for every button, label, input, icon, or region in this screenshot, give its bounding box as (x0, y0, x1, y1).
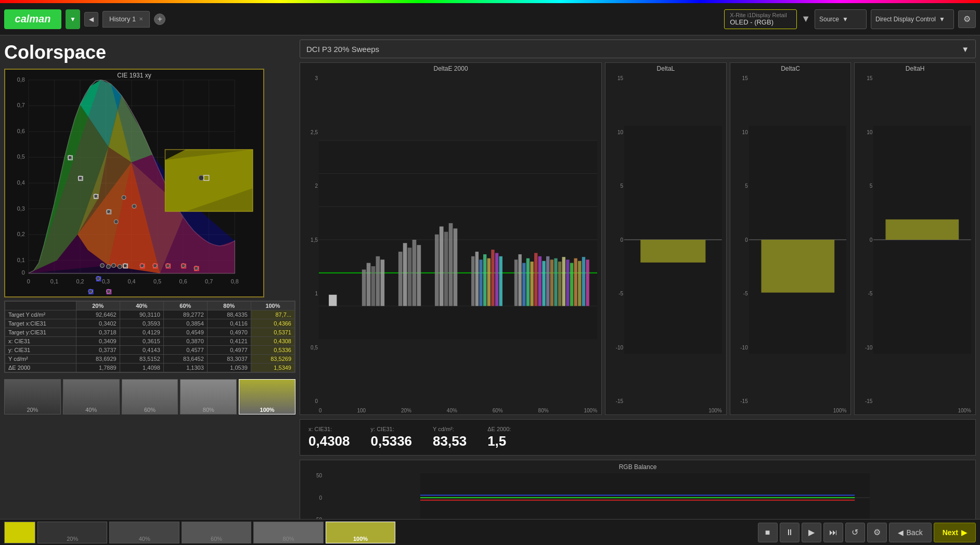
svg-text:0,8: 0,8 (17, 76, 25, 83)
delta-e-stat: ΔE 2000: 1,5 (487, 426, 511, 449)
svg-rect-103 (376, 256, 380, 306)
bottom-thumb-80[interactable]: 80% (253, 522, 323, 543)
preset-chevron: ▼ (961, 45, 969, 54)
table-header-100: 100% (251, 302, 294, 310)
deltah-chart: DeltaH 151050-5-10-15 100% (854, 62, 976, 415)
thumb-100-label: 100% (260, 407, 275, 413)
svg-text:0: 0 (27, 278, 30, 284)
table-row: Target y:CIE310,37180,41290,45490,49700,… (5, 328, 295, 337)
next-label: Next (943, 528, 958, 537)
y-cdm2-value: 83,53 (433, 433, 467, 449)
logo-dropdown[interactable]: ▼ (66, 9, 80, 29)
table-cell-value: 0,4143 (120, 346, 163, 355)
page-title: Colorspace (4, 40, 295, 66)
pause-button[interactable]: ⏸ (780, 523, 800, 542)
rgb-balance-svg (323, 473, 967, 523)
table-cell-value: 0,3854 (163, 319, 207, 328)
svg-point-44 (132, 204, 136, 209)
svg-rect-106 (403, 243, 407, 306)
source-chevron[interactable]: ▼ (842, 16, 848, 23)
table-cell-label: Target Y cd/m² (5, 310, 76, 319)
table-header-label (5, 302, 76, 310)
table-cell-value: 89,2772 (163, 310, 207, 319)
tab-close[interactable]: ✕ (139, 16, 143, 22)
bottom-thumb-strip: 20% 40% 60% 80% 100% (37, 522, 395, 543)
svg-rect-104 (380, 259, 384, 306)
table-cell-value: 88,4335 (207, 310, 251, 319)
settings-button[interactable]: ⚙ (958, 10, 976, 28)
svg-rect-137 (570, 263, 573, 306)
thumb-60[interactable]: 60% (122, 379, 178, 414)
table-cell-value: 0,3402 (76, 319, 120, 328)
table-row: Target Y cd/m²92,646290,311089,277288,43… (5, 310, 295, 319)
table-header-60: 60% (163, 302, 207, 310)
thumb-40[interactable]: 40% (63, 379, 120, 414)
deltal-title: DeltaL (605, 63, 726, 73)
svg-rect-112 (444, 232, 448, 306)
deltac-title: DeltaC (730, 63, 851, 73)
direct-display-chevron[interactable]: ▼ (939, 16, 945, 23)
table-cell-value: 83,6452 (163, 355, 207, 364)
svg-rect-145 (640, 240, 705, 263)
svg-rect-119 (487, 258, 491, 306)
table-header-20: 20% (76, 302, 120, 310)
svg-rect-138 (574, 258, 577, 306)
add-tab-button[interactable]: + (154, 14, 165, 25)
table-cell-value: 83,3037 (207, 355, 251, 364)
svg-rect-136 (566, 259, 569, 306)
bottom-thumb-60[interactable]: 60% (182, 522, 251, 543)
y-cie31-value: 0,5336 (371, 433, 412, 449)
svg-text:0,5: 0,5 (17, 153, 25, 160)
next-button[interactable]: Next ▶ (934, 523, 976, 542)
skip-button[interactable]: ⏭ (823, 523, 843, 542)
svg-rect-140 (582, 257, 585, 306)
history-tab[interactable]: History 1 ✕ (102, 11, 150, 28)
back-button[interactable]: ◀ Back (889, 523, 932, 542)
bottom-thumb-40[interactable]: 40% (109, 522, 179, 543)
stop-button[interactable]: ■ (758, 523, 778, 542)
data-table: 20% 40% 60% 80% 100% Target Y cd/m²92,64… (4, 301, 295, 373)
svg-rect-118 (483, 254, 486, 306)
svg-rect-101 (367, 263, 371, 306)
cie-title: CIE 1931 xy (117, 72, 151, 79)
rgb-balance-title: RGB Balance (304, 463, 971, 471)
table-cell-value: 0,3870 (163, 337, 207, 346)
nav-back-button[interactable]: ◀ (84, 12, 98, 27)
svg-text:0: 0 (22, 269, 25, 276)
direct-display-dropdown[interactable]: Direct Display Control ▼ (871, 9, 954, 29)
color-swatch-100[interactable] (4, 522, 35, 543)
svg-rect-102 (371, 266, 376, 306)
svg-point-61 (100, 264, 105, 268)
preset-dropdown[interactable]: DCI P3 20% Sweeps ▼ (300, 40, 976, 58)
bottom-thumb-20[interactable]: 20% (37, 522, 107, 543)
table-cell-value: 0,4129 (120, 328, 163, 337)
svg-rect-132 (550, 259, 553, 306)
svg-point-32 (199, 175, 204, 180)
xrite-chevron[interactable]: ▼ (801, 14, 810, 24)
source-dropdown[interactable]: Source ▼ (815, 9, 867, 29)
bottom-thumb-100[interactable]: 100% (326, 522, 395, 543)
y-cie31-stat: y: CIE31: 0,5336 (371, 426, 412, 449)
table-cell-value: 0,4308 (251, 337, 294, 346)
svg-text:0,6: 0,6 (17, 128, 25, 134)
thumb-100[interactable]: 100% (239, 379, 295, 414)
svg-rect-134 (558, 262, 561, 306)
svg-rect-117 (479, 259, 482, 306)
svg-text:0,6: 0,6 (179, 278, 187, 284)
table-cell-value: 0,4970 (207, 328, 251, 337)
thumb-80[interactable]: 80% (180, 379, 237, 414)
replay-button[interactable]: ↺ (845, 523, 865, 542)
play-button[interactable]: ▶ (802, 523, 821, 542)
svg-text:0,2: 0,2 (17, 231, 25, 237)
nav-settings-button[interactable]: ⚙ (867, 523, 887, 542)
thumb-20[interactable]: 20% (4, 379, 61, 414)
svg-rect-125 (522, 263, 525, 306)
cie-diagram: CIE 1931 xy (4, 69, 264, 297)
header: calman ▼ ◀ History 1 ✕ + X-Rite i1Displa… (0, 3, 980, 35)
thumb-40-label: 40% (85, 407, 97, 413)
table-cell-value: 0,3737 (76, 346, 120, 355)
xrite-dropdown[interactable]: X-Rite i1Display Retail OLED - (RGB) (724, 9, 797, 29)
table-cell-value: 1,7889 (76, 364, 120, 372)
bottom-nav: 20% 40% 60% 80% 100% ■ ⏸ ▶ ⏭ ↺ ⚙ ◀ Back … (0, 519, 980, 545)
svg-text:0,4: 0,4 (127, 278, 135, 284)
